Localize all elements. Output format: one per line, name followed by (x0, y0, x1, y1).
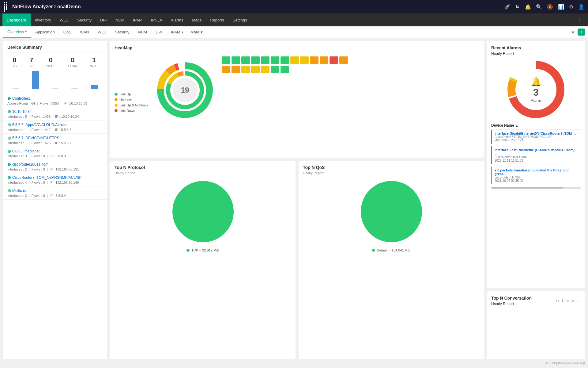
nav-more-icon[interactable]: ⋮ (574, 17, 586, 23)
device-name-5557[interactable]: ⊕ 5.5.5.7_DEVICE/INT/HTTPS (7, 136, 103, 140)
add-dashboard-button[interactable]: + (578, 29, 585, 36)
grid-cell[interactable] (241, 66, 250, 73)
grid-cell[interactable] (281, 66, 289, 73)
grid-cell[interactable] (222, 56, 230, 64)
grid-cell[interactable] (232, 66, 240, 73)
top-n-protocol-panel: Top N Protocol Hourly Report TCP -- 92.8… (110, 161, 296, 359)
ipam-dropdown-arrow: ▾ (182, 30, 183, 34)
alarm-device-1[interactable]: Interface GigabitEthernet0/0[CiscoRouter… (495, 132, 578, 135)
alarm-scrollbar[interactable] (491, 187, 581, 189)
nav-item-security[interactable]: Security (73, 13, 96, 26)
subnav-overview[interactable]: Overview ▾ (3, 26, 31, 38)
sub-nav-bar: Overview ▾ Application QoS WAN WLC Secur… (0, 26, 588, 38)
grid-cell[interactable] (300, 56, 309, 64)
grid-cell[interactable] (290, 56, 299, 64)
grid-cell[interactable] (251, 66, 260, 73)
nav-item-dashboard[interactable]: Dashboard (2, 13, 31, 26)
recent-alarms-panel: Recent Alarms Hourly Report 🔔 3 Alarm (487, 41, 585, 288)
grid-cell[interactable] (222, 66, 230, 73)
expand-icon: ⊕ (7, 136, 11, 140)
alarm-device-2[interactable]: Interface FastEthernet0/1[CiscoRouter280… (495, 148, 578, 155)
bars-icon[interactable]: 📊 (558, 4, 564, 10)
grid-cell[interactable] (251, 56, 260, 64)
grid-cell[interactable] (271, 56, 279, 64)
grid-cell[interactable] (320, 56, 328, 64)
subnav-qos[interactable]: QoS (59, 26, 76, 38)
subnav-security[interactable]: Security (111, 26, 134, 38)
qos-legend-label: Default -- 164.041 MiB (377, 248, 410, 252)
device-name-10.10.10.34[interactable]: ⊕ 10.10.10.34 (7, 109, 103, 114)
close-icon[interactable]: ✕ (571, 299, 575, 303)
recent-alarms-title: Recent Alarms (491, 45, 581, 50)
grid-cell[interactable] (281, 56, 289, 64)
grid-icon[interactable] (4, 2, 9, 12)
device-name-ciscorouter28011[interactable]: ⊕ ciscorouter28011.itom (7, 162, 103, 167)
grid-cell[interactable] (271, 66, 279, 73)
grid-cell[interactable] (241, 56, 250, 64)
subnav-ipam[interactable]: IPAM ▾ (167, 26, 187, 38)
protocol-legend-label: TCP -- 92.817 MiB (191, 248, 219, 252)
grid-cell[interactable] (261, 66, 270, 73)
expand-icon: ⊕ (7, 96, 11, 101)
search-icon[interactable]: 🔍 (536, 4, 542, 10)
top-bar: NetFlow Analyzer LocalDemo 🚀 🖥 🔔 🔍 🔕 📊 ⚙… (0, 0, 588, 13)
heatmap-content: Link Up Unknown Link Up & NoFlows Link D… (115, 53, 480, 151)
device-name-multicast[interactable]: ⊕ Multicast (7, 188, 103, 193)
sub-nav-right: ★ + (571, 29, 585, 36)
bell-icon[interactable]: 🔕 (547, 4, 553, 10)
svg-point-9 (172, 181, 234, 242)
bar-v5 (10, 68, 22, 89)
protocol-legend-dot (187, 249, 190, 252)
device-name-8883[interactable]: ⊕ 8.8.8.3 medianet (7, 149, 103, 154)
subnav-dpi[interactable]: DPI (151, 26, 167, 38)
star-icon[interactable]: ★ (571, 29, 575, 35)
alarm-time-1: 2023-03-05 20:17:29 (495, 139, 578, 142)
device-name-controller1[interactable]: ⊕ Controller1 (7, 96, 103, 101)
stat-nsel-label: NSEL (47, 64, 55, 68)
grid-cell[interactable] (339, 56, 348, 64)
edit-icon[interactable]: ✏ (566, 299, 570, 303)
subnav-ncm[interactable]: NCM (134, 26, 152, 38)
refresh-icon[interactable]: ↻ (556, 299, 559, 303)
legend-dot-noflows (115, 104, 118, 107)
nav-item-alarms[interactable]: Alarms (167, 13, 187, 26)
user-icon[interactable]: 👤 (578, 4, 584, 10)
grid-cell[interactable] (330, 56, 338, 64)
nav-item-ipsla[interactable]: IPSLA (147, 13, 167, 26)
notification-icon[interactable]: 🔔 (525, 4, 531, 10)
settings-icon[interactable]: ⚙ (569, 4, 573, 10)
subnav-wan[interactable]: WAN (76, 26, 93, 38)
more-icon[interactable]: ⋯ (577, 299, 581, 303)
legend-dot-linkup (115, 93, 118, 96)
stat-sflow-label: SFlow (68, 64, 77, 68)
subnav-more[interactable]: More ▾ (187, 30, 206, 34)
device-name-5556[interactable]: ⊕ 5.5.5.6_App/AVC/CLOUD/Attacks (7, 122, 103, 127)
alarm-device-3[interactable]: 2.0 packets transferred (violated the th… (495, 168, 578, 176)
stat-v9: 7 V9 (29, 56, 33, 68)
subnav-application[interactable]: Application (31, 26, 59, 38)
subnav-wlc[interactable]: WLC (93, 26, 111, 38)
alarm-scrollbar-thumb (491, 187, 563, 189)
display-icon[interactable]: 🖥 (515, 4, 520, 10)
grid-cell[interactable] (310, 56, 318, 64)
rocket-icon[interactable]: 🚀 (504, 4, 510, 10)
device-name-ciscorouter7[interactable]: ⊕ CiscoRouter7.ITOM_NBARSNMP/ACL/SP (7, 175, 103, 180)
grid-cell[interactable] (232, 56, 240, 64)
main-content: Device Summary 0 V5 7 V9 0 NSEL 0 SFlow … (0, 38, 588, 362)
nav-item-maps[interactable]: Maps (187, 13, 206, 26)
nav-item-wlc[interactable]: WLC (55, 13, 73, 26)
nav-item-reports[interactable]: Reports (206, 13, 228, 26)
nav-item-ncm[interactable]: NCM (111, 13, 129, 26)
nav-item-dpi[interactable]: DPI (96, 13, 111, 26)
download-icon[interactable]: ⬇ (561, 299, 564, 303)
nav-item-ipam[interactable]: IPAM (129, 13, 147, 26)
protocol-donut-chart (169, 178, 237, 245)
nav-item-settings[interactable]: Settings (228, 13, 251, 26)
top-n-conversation-header: Top N Conversation Hourly Report ↻ ⬇ ✏ ✕… (491, 296, 581, 306)
svg-point-10 (361, 181, 422, 242)
device-info-5556: Interfaces : 1 | Flows : 1442 | IP : 5.5… (7, 128, 103, 132)
nav-item-inventory[interactable]: Inventory (31, 13, 55, 26)
grid-cell[interactable] (261, 56, 270, 64)
grid-row-2 (222, 66, 480, 73)
device-name-column-header[interactable]: Device Name ▲ (491, 123, 581, 130)
